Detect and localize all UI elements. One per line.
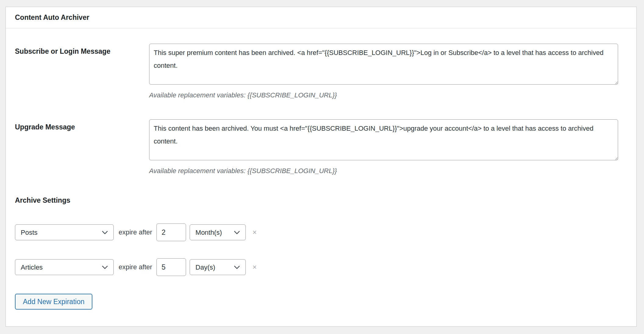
- expiration-row: Articles expire after Day(s) ×: [15, 258, 627, 276]
- remove-expiration-icon[interactable]: ×: [252, 263, 257, 271]
- upgrade-message-row: Upgrade Message This content has been ar…: [15, 119, 627, 175]
- upgrade-message-label: Upgrade Message: [15, 119, 149, 131]
- expire-after-label: expire after: [119, 263, 152, 271]
- panel-title: Content Auto Archiver: [6, 7, 636, 28]
- panel-body: Subscribe or Login Message This super pr…: [6, 28, 636, 310]
- expire-value-input[interactable]: [156, 223, 186, 241]
- post-type-select-wrap: Articles: [15, 259, 114, 275]
- archive-settings-heading: Archive Settings: [15, 196, 627, 205]
- subscribe-login-message-row: Subscribe or Login Message This super pr…: [15, 44, 627, 99]
- upgrade-replacement-variables-help: Available replacement variables: {{SUBSC…: [149, 167, 627, 175]
- subscribe-login-message-textarea[interactable]: This super premium content has been arch…: [149, 44, 618, 85]
- post-type-select[interactable]: Articles: [15, 259, 114, 275]
- remove-expiration-icon[interactable]: ×: [252, 229, 257, 236]
- expire-value-input[interactable]: [156, 258, 186, 276]
- expire-after-label: expire after: [119, 228, 152, 236]
- upgrade-message-textarea[interactable]: This content has been archived. You must…: [149, 119, 618, 160]
- content-auto-archiver-panel: Content Auto Archiver Subscribe or Login…: [5, 7, 637, 327]
- subscribe-login-message-field: This super premium content has been arch…: [149, 44, 627, 99]
- upgrade-message-field: This content has been archived. You must…: [149, 119, 627, 175]
- add-new-expiration-button[interactable]: Add New Expiration: [15, 294, 92, 310]
- expire-unit-select[interactable]: Month(s): [190, 224, 246, 240]
- expire-unit-select[interactable]: Day(s): [190, 259, 246, 275]
- post-type-select[interactable]: Posts: [15, 224, 114, 240]
- subscribe-login-message-label: Subscribe or Login Message: [15, 44, 149, 56]
- expire-unit-select-wrap: Day(s): [190, 259, 246, 275]
- expire-unit-select-wrap: Month(s): [190, 224, 246, 240]
- post-type-select-wrap: Posts: [15, 224, 114, 240]
- subscribe-login-replacement-variables-help: Available replacement variables: {{SUBSC…: [149, 91, 627, 99]
- expiration-row: Posts expire after Month(s) ×: [15, 223, 627, 241]
